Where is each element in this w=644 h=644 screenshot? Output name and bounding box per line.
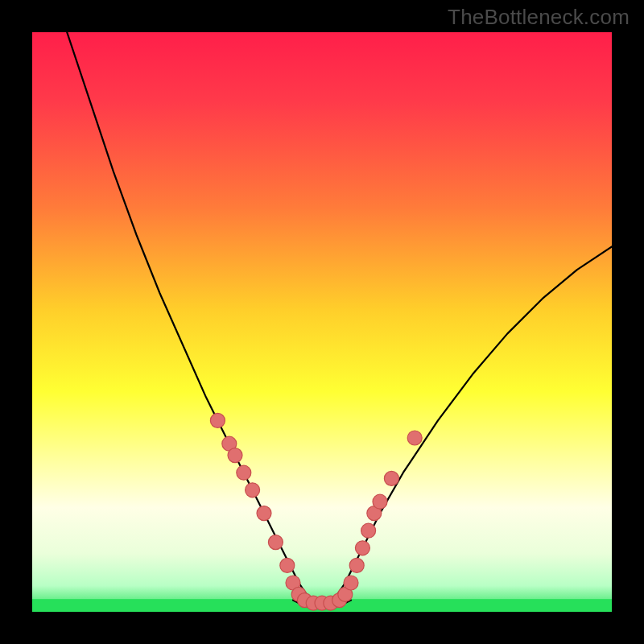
chart-svg	[32, 32, 612, 612]
data-marker	[373, 494, 387, 509]
data-marker	[268, 535, 283, 550]
data-marker	[407, 431, 422, 445]
data-marker	[257, 506, 271, 521]
data-marker	[237, 465, 251, 480]
data-marker	[355, 541, 369, 555]
data-marker	[344, 576, 358, 590]
data-marker	[349, 558, 364, 572]
data-marker	[280, 558, 295, 572]
data-marker	[210, 413, 225, 427]
data-marker	[361, 523, 376, 538]
plot-area	[32, 32, 612, 612]
data-marker	[384, 471, 398, 485]
data-marker	[228, 448, 242, 463]
watermark: TheBottleneck.com	[448, 5, 630, 30]
chart-frame: TheBottleneck.com	[0, 0, 644, 644]
gradient-background	[32, 32, 612, 612]
data-marker	[246, 483, 260, 497]
